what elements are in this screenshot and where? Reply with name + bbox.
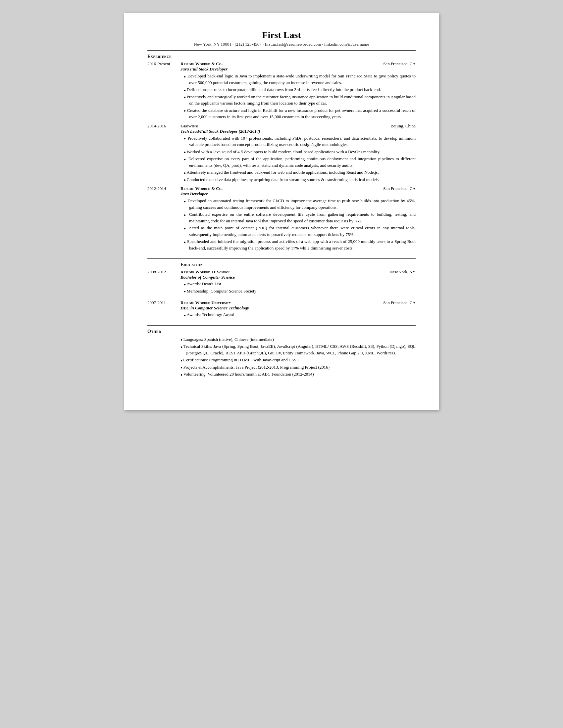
job-content-2: Growthsi Beijing, China Tech Lead/Full S… [180,123,416,186]
company-location-1: San Francisco, CA [383,61,416,67]
bullet-item: Awards: Technology Award [184,311,416,318]
job-title-2: Tech Lead/Full Stack Developer (2013-201… [180,129,416,134]
school-degree-1: Bachelor of Computer Science [180,275,416,280]
education-divider [147,258,416,259]
bullet-item: Membership: Computer Science Society [184,288,416,295]
bullet-item: Volunteering: Volunteered 20 hours/month… [180,371,416,378]
school-years-2: 2007-2011 [147,300,180,321]
job-content-3: Resume Worded & Co. San Francisco, CA Ja… [180,186,416,254]
school-name-2: Resume Worded University [180,300,231,305]
bullet-item: Attentively managed the front-end and ba… [184,169,416,176]
bullet-item: Proactively collaborated with 10+ profes… [184,135,416,148]
other-bullets: Languages: Spanish (native), Chinese (in… [147,336,416,378]
bullet-item: Developed an automated testing framework… [184,198,416,210]
school-location-1: New York, NY [390,269,416,275]
job-title-1: Java Full Stack Developer [180,67,416,72]
job-entry-1: 2016-Present Resume Worded & Co. San Fra… [147,61,416,123]
bullet-item: Created the database structure and logic… [184,107,416,120]
job-bullets-3: Developed an automated testing framework… [180,198,416,251]
school-bullets-1: Awards: Dean's List Membership: Computer… [180,281,416,294]
school-bullets-2: Awards: Technology Award [180,311,416,318]
school-name-1: Resume Worded IT School [180,269,230,275]
bullet-item: Technical Skills: Java (Spring, Spring B… [180,343,416,356]
company-name-3: Resume Worded & Co. [180,186,222,191]
candidate-name: First Last [147,30,416,40]
school-content-1: Resume Worded IT School New York, NY Bac… [180,269,416,297]
job-entry-2: 2014-2016 Growthsi Beijing, China Tech L… [147,123,416,186]
company-line-2: Growthsi Beijing, China [180,123,416,129]
other-title: Other [147,329,416,334]
experience-title: Experience [147,54,416,59]
bullet-item: Certifications: Programming in HTML5 wit… [180,357,416,363]
bullet-item: Languages: Spanish (native), Chinese (in… [180,336,416,343]
company-name-1: Resume Worded & Co. [180,61,222,67]
education-section: Education 2008-2012 Resume Worded IT Sch… [147,262,416,321]
experience-section: Experience 2016-Present Resume Worded & … [147,54,416,254]
company-line-1: Resume Worded & Co. San Francisco, CA [180,61,416,67]
header: First Last New York, NY 10001 · (212) 12… [147,30,416,47]
company-name-2: Growthsi [180,123,198,129]
other-section: Other Languages: Spanish (native), Chine… [147,329,416,378]
company-line-3: Resume Worded & Co. San Francisco, CA [180,186,416,191]
job-bullets-2: Proactively collaborated with 10+ profes… [180,135,416,183]
header-divider [147,50,416,51]
school-years-1: 2008-2012 [147,269,180,297]
contact-info: New York, NY 10001 · (212) 123-4567 · fi… [147,42,416,47]
bullet-item: Projects & Accomplishments: Java Project… [180,364,416,371]
job-bullets-1: Developed back-end logic in Java to impl… [180,73,416,120]
bullet-item: Developed back-end logic in Java to impl… [184,73,416,86]
school-entry-1: 2008-2012 Resume Worded IT School New Yo… [147,269,416,297]
bullet-item: Spearheaded and initiated the migration … [184,238,416,251]
job-years-1: 2016-Present [147,61,180,123]
job-entry-3: 2012-2014 Resume Worded & Co. San Franci… [147,186,416,254]
company-location-3: San Francisco, CA [383,186,416,191]
job-title-3: Java Developer [180,191,416,197]
bullet-item: Contributed expertise on the entire soft… [184,211,416,224]
company-location-2: Beijing, China [391,123,416,129]
job-years-2: 2014-2016 [147,123,180,186]
job-years-3: 2012-2014 [147,186,180,254]
resume-page: First Last New York, NY 10001 · (212) 12… [124,13,439,410]
bullet-item: Proactively and strategically worked on … [184,94,416,107]
bullet-item: Conducted extensive data pipelines by ac… [184,176,416,183]
bullet-item: Awards: Dean's List [184,281,416,287]
bullet-item: Defined proper rules to incorporate bill… [184,86,416,93]
other-divider [147,325,416,326]
bullet-item: Worked with a Java squad of 4-5 develope… [184,149,416,155]
school-location-2: San Francisco, CA [383,300,416,305]
school-header-1: Resume Worded IT School New York, NY [180,269,416,275]
job-content-1: Resume Worded & Co. San Francisco, CA Ja… [180,61,416,123]
school-degree-2: DEC in Computer Science Technology [180,305,416,311]
school-content-2: Resume Worded University San Francisco, … [180,300,416,321]
education-title: Education [180,262,416,267]
school-header-2: Resume Worded University San Francisco, … [180,300,416,305]
school-entry-2: 2007-2011 Resume Worded University San F… [147,300,416,321]
bullet-item: Delivered expertise on every part of the… [184,156,416,168]
bullet-item: Acted as the main point of contact (POC)… [184,225,416,238]
